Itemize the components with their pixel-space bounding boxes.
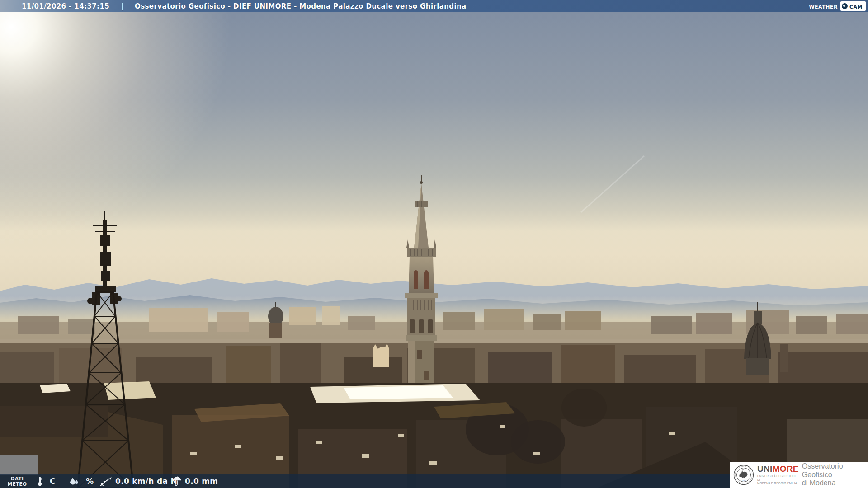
webcam-photo xyxy=(0,0,868,488)
unimore-subtitle-1: UNIVERSITÀ DEGLI STUDI DI xyxy=(757,474,799,482)
rain-value: 0.0 mm xyxy=(185,477,218,486)
temperature-readout: C xyxy=(36,474,56,488)
unimore-seal-icon: 1175 xyxy=(733,465,754,485)
weathercam-logo[interactable]: Weather Cam xyxy=(809,0,866,12)
thermometer-icon xyxy=(36,476,43,486)
unimore-logo-plate[interactable]: 1175 UNIMORE UNIVERSITÀ DEGLI STUDI DI M… xyxy=(730,462,868,488)
timestamp: 11/01/2026 - 14:37:15 xyxy=(22,2,109,10)
wind-readout: 0.0 km/h da N xyxy=(99,474,177,488)
rain-readout: 0.0 mm xyxy=(173,474,218,488)
weathercam-weather-label: Weather xyxy=(809,3,838,10)
dati-meteo-label: DATI METEO xyxy=(7,476,27,487)
humidity-readout: % xyxy=(69,474,94,488)
weathercam-cam-box: Cam xyxy=(840,1,866,11)
webcam-page: 11/01/2026 - 14:37:15 | Osservatorio Geo… xyxy=(0,0,868,488)
camera-lens-icon xyxy=(842,3,848,9)
observatory-name-line2: di Modena xyxy=(802,479,864,488)
umbrella-icon xyxy=(173,476,182,486)
weathercam-cam-label: Cam xyxy=(849,3,863,10)
observatory-name-line1: Osservatorio Geofisico xyxy=(802,462,864,479)
separator: | xyxy=(121,2,124,10)
wind-vane-icon xyxy=(99,476,112,486)
humidity-unit: % xyxy=(86,477,94,486)
wind-value: 0.0 km/h da N xyxy=(115,477,177,486)
seal-year: 1175 xyxy=(741,480,745,482)
unimore-uni: UNI xyxy=(757,464,773,474)
observatory-name: Osservatorio Geofisico di Modena xyxy=(802,462,864,488)
unimore-wordmark: UNIMORE UNIVERSITÀ DEGLI STUDI DI MODENA… xyxy=(757,465,799,486)
unimore-more: MORE xyxy=(773,464,799,474)
page-title: Osservatorio Geofisico - DIEF UNIMORE - … xyxy=(135,2,467,10)
unimore-subtitle-2: MODENA E REGGIO EMILIA xyxy=(757,482,799,485)
temperature-unit: C xyxy=(50,477,56,486)
top-info-bar: 11/01/2026 - 14:37:15 | Osservatorio Geo… xyxy=(0,0,868,12)
drops-icon xyxy=(69,477,80,486)
